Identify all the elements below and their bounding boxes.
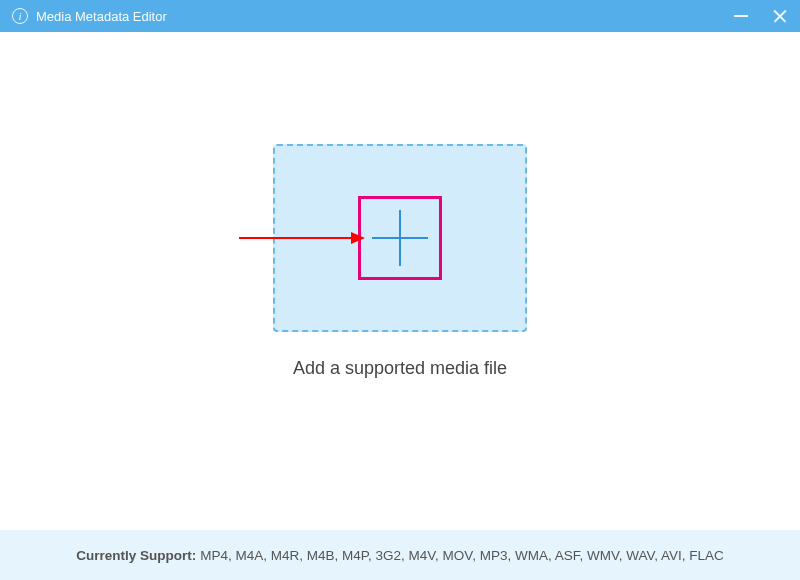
main-content: Add a supported media file [0, 32, 800, 530]
footer-bar: Currently Support: MP4, M4A, M4R, M4B, M… [0, 530, 800, 580]
footer-label: Currently Support: [76, 548, 196, 563]
titlebar-left: i Media Metadata Editor [12, 8, 167, 24]
arrow-annotation [237, 228, 367, 248]
drop-zone[interactable] [273, 144, 527, 332]
instruction-text: Add a supported media file [293, 358, 507, 379]
app-title: Media Metadata Editor [36, 9, 167, 24]
drop-zone-wrapper [273, 144, 527, 332]
close-icon[interactable] [772, 8, 788, 24]
add-file-button[interactable] [362, 200, 438, 276]
titlebar: i Media Metadata Editor [0, 0, 800, 32]
footer-formats: MP4, M4A, M4R, M4B, M4P, 3G2, M4V, MOV, … [200, 548, 723, 563]
info-icon: i [12, 8, 28, 24]
minimize-icon[interactable] [734, 15, 748, 17]
svg-marker-1 [351, 232, 365, 244]
plus-icon [372, 210, 428, 266]
titlebar-controls [734, 8, 788, 24]
